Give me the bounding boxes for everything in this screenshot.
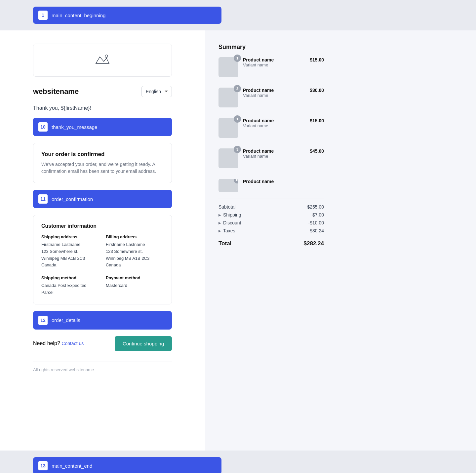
anchor-label-thank-you: thank_you_message xyxy=(52,124,97,130)
product-name-3: Product name xyxy=(243,118,310,123)
product-item-5: 10 Product name xyxy=(218,179,324,192)
store-header: websitename English xyxy=(33,86,172,97)
shipping-address-label: Shipping address xyxy=(41,234,99,239)
billing-address-label: Billing address xyxy=(106,234,164,239)
shipping-method: Canada Post Expedited Parcel xyxy=(41,282,99,296)
anchor-label-order-confirmation: order_confirmation xyxy=(52,196,93,202)
store-logo-icon xyxy=(95,52,110,69)
shipping-value: $7.00 xyxy=(312,212,324,217)
product-price-3: $15.00 xyxy=(310,118,324,123)
shipping-label-wrap: ▶ Shipping xyxy=(218,212,241,217)
order-confirmed-description: We've accepted your order, and we're get… xyxy=(41,161,164,175)
billing-street: 123 Somewhere st. xyxy=(106,248,164,255)
product-item-2: 2 Product name Variant name $30.00 xyxy=(218,88,324,113)
subtotal-row: Subtotal $255.00 xyxy=(218,204,324,210)
shipping-address-section: Shipping address Firstname Lastname 123 … xyxy=(41,234,99,269)
taxes-label-wrap: ▶ Taxes xyxy=(218,228,235,233)
anchor-order-confirmation: 11 order_confirmation xyxy=(33,190,172,208)
taxes-value: $30.24 xyxy=(310,228,324,233)
anchor-label-bottom: main_content_end xyxy=(52,463,92,469)
taxes-row: ▶ Taxes $30.24 xyxy=(218,228,324,233)
product-price-4: $45.00 xyxy=(310,148,324,154)
discount-label-wrap: ▶ Discount xyxy=(218,220,241,225)
anchor-order-details: 12 order_details xyxy=(33,311,172,330)
billing-address-section: Billing address Firstname Lastname 123 S… xyxy=(106,234,164,269)
payment-method-label: Payment method xyxy=(106,275,164,280)
discount-arrow[interactable]: ▶ xyxy=(218,221,221,225)
total-final-row: Total $282.24 xyxy=(218,236,324,247)
product-name-5: Product name xyxy=(243,179,324,184)
shipping-name: Firstname Lastname xyxy=(41,241,99,248)
product-info-3: Product name Variant name xyxy=(243,118,310,128)
product-info-4: Product name Variant name xyxy=(243,148,310,159)
product-price-2: $30.00 xyxy=(310,88,324,93)
variant-name-4: Variant name xyxy=(243,154,310,159)
variant-name-2: Variant name xyxy=(243,93,310,98)
subtotal-value: $255.00 xyxy=(307,204,324,210)
discount-value: -$10.00 xyxy=(308,220,324,225)
summary-totals: Subtotal $255.00 ▶ Shipping $7.00 ▶ Disc… xyxy=(218,199,324,247)
product-info-5: Product name xyxy=(243,179,324,184)
product-item-3: 1 Product name Variant name $15.00 xyxy=(218,118,324,143)
qty-badge-5: 10 xyxy=(234,179,238,183)
continue-shopping-button[interactable]: Continue shopping xyxy=(115,336,172,351)
footer-actions: Need help? Contact us Continue shopping xyxy=(33,336,172,351)
anchor-num-top: 1 xyxy=(38,11,48,20)
billing-country: Canada xyxy=(106,262,164,269)
qty-badge-4: 3 xyxy=(234,146,241,153)
product-thumb-1: 1 xyxy=(218,57,238,77)
customer-info-title: Customer information xyxy=(41,223,164,229)
shipping-method-label: Shipping method xyxy=(41,275,99,280)
contact-link[interactable]: Contact us xyxy=(61,341,84,346)
product-item-1: 1 Product name Variant name $15.00 xyxy=(218,57,324,82)
total-value: $282.24 xyxy=(304,240,324,247)
qty-badge-2: 2 xyxy=(234,85,241,92)
product-name-2: Product name xyxy=(243,88,310,93)
footer-divider xyxy=(33,362,172,362)
product-thumb-3: 1 xyxy=(218,118,238,138)
anchor-num-thank-you: 10 xyxy=(38,122,48,132)
payment-method: Mastercard xyxy=(106,282,164,289)
anchor-thank-you: 10 thank_you_message xyxy=(33,118,172,136)
product-thumb-4: 3 xyxy=(218,148,238,168)
need-help-text: Need help? Contact us xyxy=(33,340,84,346)
summary-title: Summary xyxy=(218,44,324,51)
product-info-1: Product name Variant name xyxy=(243,57,310,67)
anchor-bar-bottom: 13 main_content_end xyxy=(33,457,221,473)
svg-point-0 xyxy=(105,55,108,58)
shipping-label: Shipping xyxy=(223,212,241,217)
anchor-num-order-details: 12 xyxy=(38,316,48,325)
anchor-num-bottom: 13 xyxy=(38,461,48,470)
product-price-1: $15.00 xyxy=(310,57,324,62)
anchor-label-order-details: order_details xyxy=(52,317,80,323)
customer-info-box: Customer information Shipping address Fi… xyxy=(33,215,172,304)
qty-badge-3: 1 xyxy=(234,115,241,123)
taxes-arrow[interactable]: ▶ xyxy=(218,229,221,233)
qty-badge-1: 1 xyxy=(234,55,241,62)
billing-city: Winnipeg MB A1B 2C3 xyxy=(106,255,164,262)
shipping-row: ▶ Shipping $7.00 xyxy=(218,212,324,217)
anchor-bar-top: 1 main_content_beginning xyxy=(33,7,221,24)
variant-name-3: Variant name xyxy=(243,123,310,128)
product-item-4: 3 Product name Variant name $45.00 xyxy=(218,148,324,174)
variant-name-1: Variant name xyxy=(243,62,310,67)
order-confirmed-title: Your order is confirmed xyxy=(41,151,164,158)
product-name-4: Product name xyxy=(243,148,310,154)
store-logo-box xyxy=(33,44,172,77)
payment-method-section: Payment method Mastercard xyxy=(106,275,164,296)
anchor-num-order-confirmation: 11 xyxy=(38,194,48,204)
shipping-country: Canada xyxy=(41,262,99,269)
left-column: websitename English Thank you, ${firstNa… xyxy=(0,30,205,451)
taxes-label: Taxes xyxy=(223,228,235,233)
product-info-2: Product name Variant name xyxy=(243,88,310,98)
copyright-text: All rights reserved websitename xyxy=(33,367,172,372)
language-select[interactable]: English xyxy=(141,86,172,97)
shipping-street: 123 Somewhere st. xyxy=(41,248,99,255)
product-thumb-2: 2 xyxy=(218,88,238,107)
discount-row: ▶ Discount -$10.00 xyxy=(218,220,324,225)
product-thumb-5: 10 xyxy=(218,179,238,192)
product-list: 1 Product name Variant name $15.00 2 Pro… xyxy=(218,57,324,192)
shipping-arrow[interactable]: ▶ xyxy=(218,213,221,217)
thank-you-text: Thank you, ${firstName}! xyxy=(33,105,185,111)
discount-label: Discount xyxy=(223,220,241,225)
